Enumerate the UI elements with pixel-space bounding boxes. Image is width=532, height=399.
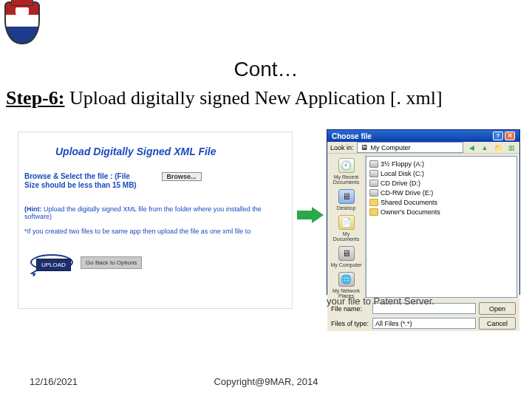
step-text: Upload digitally signed New Application … [64,87,442,109]
new-folder-icon[interactable]: 📁 [493,143,503,153]
list-item[interactable]: Owner's Documents [369,207,514,216]
footer-copyright: Copyright@9MAR, 2014 [0,376,532,387]
back-icon[interactable]: ◀ [466,143,477,153]
browse-label-line1: Browse & Select the file : (File [24,172,130,180]
shield-icon [4,1,40,44]
place-mydocs[interactable]: 📄 My Documents [330,214,364,243]
list-item-label: 3½ Floppy (A:) [381,160,424,168]
step-label: Step-6: [6,87,64,109]
circle-annotation: UPLOAD [30,254,73,270]
list-item[interactable]: CD Drive (D:) [369,178,514,188]
upload-panel: Upload Digitally Signed XML File Browse … [18,132,293,309]
open-button[interactable]: Open [479,302,516,315]
arrow-icon [297,207,324,223]
drive-icon [369,170,378,177]
floppy-icon [369,160,378,168]
filetype-label: Files of type: [331,320,369,327]
file-open-dialog: Choose file ? ✕ Look in: 🖥 My Computer ◀… [327,129,520,295]
upload-button[interactable]: UPLOAD [36,259,71,271]
list-item-label: CD Drive (D:) [381,180,420,187]
list-item-label: Local Disk (C:) [381,170,424,177]
browse-row: Browse & Select the file : (File Browse.… [24,172,286,189]
list-item-label: Owner's Documents [381,208,440,216]
cd-icon [369,180,378,187]
place-mycomputer[interactable]: 🖥 My Computer [330,245,364,269]
step-line: Step-6: Upload digitally signed New Appl… [6,87,526,109]
place-desktop-label: Desktop [337,205,356,211]
lookin-label: Look in: [330,144,354,151]
places-bar: 🕘 My Recent Documents 🖥 Desktop 📄 My Doc… [327,154,366,300]
go-back-button[interactable]: Go Back to Options [81,256,142,269]
institution-logo [4,1,49,53]
network-icon: 🌐 [338,272,355,287]
place-mydocs-label: My Documents [330,231,364,242]
close-button[interactable]: ✕ [505,132,515,140]
browse-label-line2: Size should be less than 15 MB) [24,181,137,189]
list-item-label: Shared Documents [381,199,437,206]
list-item[interactable]: Shared Documents [369,197,514,207]
under-dialog-text: your file to Patent Server. [327,296,434,307]
place-recent[interactable]: 🕘 My Recent Documents [330,157,364,186]
cancel-button[interactable]: Cancel [479,317,516,330]
list-item[interactable]: CD-RW Drive (E:) [369,188,514,197]
hint-text: Upload the digitally signed XML file fro… [24,205,262,220]
cdrw-icon [369,189,378,197]
list-item-label: CD-RW Drive (E:) [381,189,433,197]
place-mycomputer-label: My Computer [330,262,361,267]
dialog-title-text: Choose file [332,132,372,140]
browse-button[interactable]: Browse... [162,172,202,181]
dialog-toolbar: Look in: 🖥 My Computer ◀ ▲ 📁 ▥ [327,142,519,154]
computer-icon: 🖥 [360,143,369,152]
up-icon[interactable]: ▲ [480,143,490,153]
hint-label: (Hint: [24,205,42,213]
lookin-value: My Computer [371,144,411,151]
list-item[interactable]: Local Disk (C:) [369,168,514,178]
bottom-actions: UPLOAD Go Back to Options [30,254,286,270]
dialog-titlebar: Choose file ? ✕ [327,130,519,142]
list-item[interactable]: 3½ Floppy (A:) [369,159,514,168]
hint-row: (Hint: Upload the digitally signed XML f… [24,205,286,220]
file-list[interactable]: 3½ Floppy (A:) Local Disk (C:) CD Drive … [366,156,517,298]
lookin-combo[interactable]: 🖥 My Computer [357,142,463,153]
help-button[interactable]: ? [493,132,503,140]
upload-heading: Upload Digitally Signed XML File [55,146,286,157]
note-text: *If you created two files to be same app… [24,228,286,235]
filetype-combo[interactable] [372,318,476,329]
place-desktop[interactable]: 🖥 Desktop [330,188,364,212]
place-recent-label: My Recent Documents [330,174,364,185]
views-icon[interactable]: ▥ [506,143,516,153]
mycomputer-icon: 🖥 [338,246,355,261]
recent-icon: 🕘 [338,158,355,173]
folder-icon [369,208,378,216]
documents-icon: 📄 [338,215,355,230]
desktop-icon: 🖥 [338,189,355,204]
slide-title: Cont… [0,58,532,81]
folder-icon [369,199,378,206]
